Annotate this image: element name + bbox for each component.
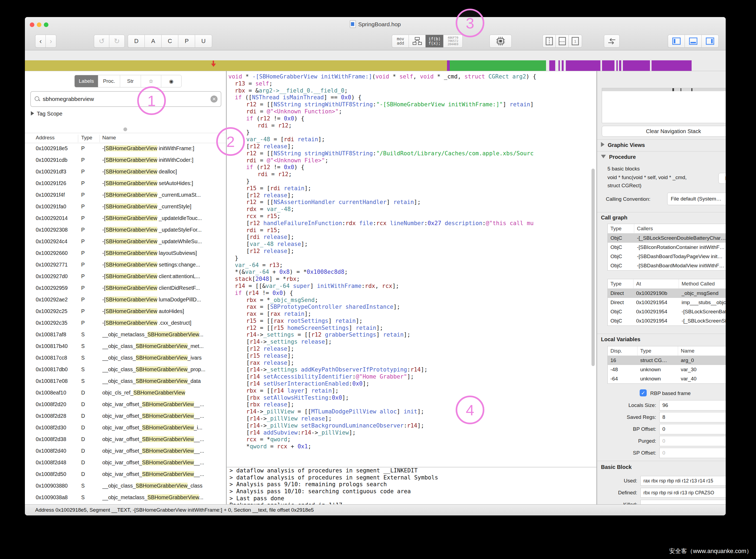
forward-button[interactable]: › [45,35,56,48]
pseudo-code-mode-button[interactable]: if(b)f(x); [425,35,443,48]
table-row[interactable]: 0x1008eaf10Dobjc_cls_ref_SBHomeGrabberVi… [25,387,226,399]
pseudo-code-line[interactable]: [r14->_settings addKeyPathObserverIfProt… [227,366,596,373]
pseudo-code-line[interactable]: } [227,178,596,185]
pseudo-code-line[interactable]: void * -[SBHomeGrabberView initWithFrame… [227,73,596,80]
table-row[interactable]: 0x100817cc8S__objc_class_SBHomeGrabberVi… [25,353,226,364]
table-row[interactable]: 0x100291f4fP-[SBHomeGrabberView _current… [25,190,226,201]
filter-[interactable]: ◉ [161,75,181,87]
graphic-views-section-header[interactable]: Graphic Views [601,142,645,148]
pseudo-code-line[interactable]: rdi = @"<Unknown File>"; [227,157,596,164]
pseudo-code-line[interactable]: r12 = [[r15 homeScreenSettings] retain]; [227,325,596,332]
column-header[interactable]: Disp. [608,346,638,356]
filter-proc[interactable]: Proc. [98,75,120,87]
cpu-button[interactable] [489,35,512,48]
toggle-right-sidebar-button[interactable] [701,35,719,48]
control-flow-graph-button[interactable] [408,35,426,48]
pseudo-code-line[interactable]: [rbx release]; [227,401,596,408]
search-input-value[interactable]: sbhomegrabberview [43,96,210,102]
field-input-purged[interactable]: 0 [660,436,726,446]
pseudo-code-line[interactable]: rax = [SBPrototypeController sharedInsta… [227,304,596,311]
table-row[interactable]: 0x1002918e5P-[SBHomeGrabberView initWith… [25,143,226,155]
pseudo-code-pane[interactable]: void * -[SBHomeGrabberView initWithFrame… [227,71,596,504]
table-row[interactable]: 0x100817b40S__objc_class_SBHomeGrabberVi… [25,341,226,353]
navigation-stack-list[interactable] [602,88,726,123]
pseudo-code-line[interactable]: [r12 handleFailureInFunction:rdx file:rc… [227,220,596,227]
table-row[interactable]: -64unknownvar_40 [608,374,726,383]
pseudo-code-line[interactable]: if (r12 != 0x0) { [227,115,596,122]
table-row[interactable]: 0x1008f2d38Dobjc_ivar_offset_SBHomeGrabb… [25,434,226,446]
pseudo-code-line[interactable]: [r15 release]; [227,353,596,360]
field-input-used[interactable]: rax rbx rsp rbp rdi r12 r13 r14 r15 [641,476,726,486]
table-row[interactable]: ObjC-[SBIconRotationContainer initWithF… [608,243,726,252]
field-input-savedregs[interactable]: 8 [660,412,726,422]
assembly-mode-button[interactable]: movadd [392,35,409,48]
pseudo-code-line[interactable]: if ([NSThread isMainThread] == 0x0) { [227,94,596,101]
pseudo-code-line[interactable]: [r14->_pillView setBackgroundLuminanceOb… [227,422,596,429]
pseudo-code-line[interactable]: var_-64 = r13; [227,262,596,269]
column-header[interactable]: At [633,279,679,288]
navigation-minimap-strip[interactable] [25,60,726,71]
column-header[interactable]: Name [678,346,726,356]
column-header[interactable]: Method Called [679,279,726,288]
pseudo-code-line[interactable]: rbx = &arg2->__field_0.__field_0; [227,87,596,94]
single-view-button[interactable]: 1 [569,35,582,48]
local-variables-table[interactable]: Disp.TypeName16struct CG…arg_0-48unknown… [607,346,726,384]
table-row[interactable]: 0x1009038a8S__objc_metaclass_SBHomeGrabb… [25,492,226,504]
pseudo-code-line[interactable]: r14 = [[&var_-64 super] initWithFrame:rd… [227,283,596,290]
column-address[interactable]: Address [36,135,55,141]
pseudo-code-line[interactable]: stack[2048] = *rbx; [227,276,596,283]
table-row[interactable]: ObjC-[SBDashBoardModalView initWithF… [608,261,726,270]
filter-[interactable]: ☆ [141,75,161,87]
redo-button[interactable]: ↻ [109,35,125,48]
pseudo-code-line[interactable]: [rax release]; [227,360,596,366]
table-row[interactable]: 0x1008f2d48Dobjc_ivar_offset_SBHomeGrabb… [25,457,226,469]
pseudo-code-line[interactable]: [r12 release]; [227,143,596,150]
table-row[interactable]: 0x1002924c4P-[SBHomeGrabberView _updateW… [25,236,226,248]
column-header[interactable]: Type [608,224,634,233]
table-row[interactable]: 16struct CG…arg_0 [608,356,726,365]
table-row[interactable]: Direct0x100291954imp___stubs__objc_… [608,298,726,307]
table-row[interactable]: 0x1008f2d30Dobjc_ivar_offset_SBHomeGrabb… [25,422,226,434]
tag-scope-disclosure[interactable]: Tag Scope [31,111,63,117]
pseudo-code-line[interactable]: [var_-48 release]; [227,241,596,248]
swap-panes-button[interactable] [604,35,620,48]
pseudo-code-line[interactable]: [r12 release]; [227,345,596,353]
table-row[interactable]: 0x100291f26P-[SBHomeGrabberView setAutoH… [25,178,226,190]
table-row[interactable]: 0x100903880S__objc_class_SBHomeGrabberVi… [25,480,226,492]
pseudo-code-line[interactable]: rbx = *_objc_msgSend; [227,297,596,304]
table-row[interactable]: ObjC-[_SBLockScreenDoubleBatteryChar… [608,233,726,243]
table-row[interactable]: 0x100817db0S__objc_class_SBHomeGrabberVi… [25,364,226,376]
clear-search-icon[interactable]: ✕ [210,95,218,103]
table-row[interactable]: Direct0x10029190b_objc_msgSend [608,289,726,298]
pseudo-code-line[interactable]: rdi = r15; [227,227,596,234]
table-row[interactable]: 0x100292c35P-[SBHomeGrabberView .cxx_des… [25,318,226,329]
horizontal-split-button[interactable] [556,35,569,48]
table-row[interactable]: 0x100292771P-[SBHomeGrabberView settings… [25,260,226,271]
table-row[interactable]: 0x100817af8S__objc_metaclass_SBHomeGrabb… [25,329,226,341]
table-row[interactable]: ObjC-[SBDashBoardTodayPageView init… [608,252,726,261]
table-row[interactable]: 0x100817e08S__objc_class_SBHomeGrabberVi… [25,376,226,387]
table-row[interactable]: ObjC0x100291954-[SBLockScreenBatt… [608,307,726,316]
toggle-bottom-panel-button[interactable] [685,35,702,48]
pseudo-code-line[interactable]: r14->_settings = [[r12 grabberSettings] … [227,332,596,338]
table-row[interactable]: ObjC0x100291954-[_SBLockScreenSin… [608,316,726,326]
pseudo-code-line[interactable]: r12 = [[NSAssertionHandler currentHandle… [227,199,596,206]
pseudo-code-line[interactable]: r15 = [rdi retain]; [227,185,596,192]
pseudo-code-line[interactable]: [r14->_pillView release]; [227,415,596,422]
filter-labels[interactable]: Labels [75,75,98,87]
clear-navigation-stack-button[interactable]: Clear Navigation Stack [602,126,726,137]
calls-table[interactable]: TypeAtMethod CalledDirect0x10029190b_obj… [607,279,726,326]
pseudo-code-line[interactable]: r14->_pillView = [[MTLumaDodgePillView a… [227,408,596,415]
column-type[interactable]: Type [81,135,92,141]
calling-convention-dropdown[interactable]: File default (System… [667,193,726,205]
pseudo-code-line[interactable]: var_-48 = [rdi retain]; [227,136,596,143]
table-row[interactable]: 0x1008f2d50Dobjc_ivar_offset_SBHomeGrabb… [25,469,226,480]
code-scrollbar[interactable] [592,169,595,366]
mode-button-c[interactable]: C [161,35,178,48]
pseudo-code-line[interactable]: r13 = self; [227,80,596,87]
vertical-split-button[interactable] [542,35,556,48]
rbp-frame-checkbox[interactable]: ✓ [640,389,647,396]
mode-button-a[interactable]: A [144,35,161,48]
column-header[interactable]: Type [608,279,633,288]
back-button[interactable]: ‹ [35,35,46,48]
